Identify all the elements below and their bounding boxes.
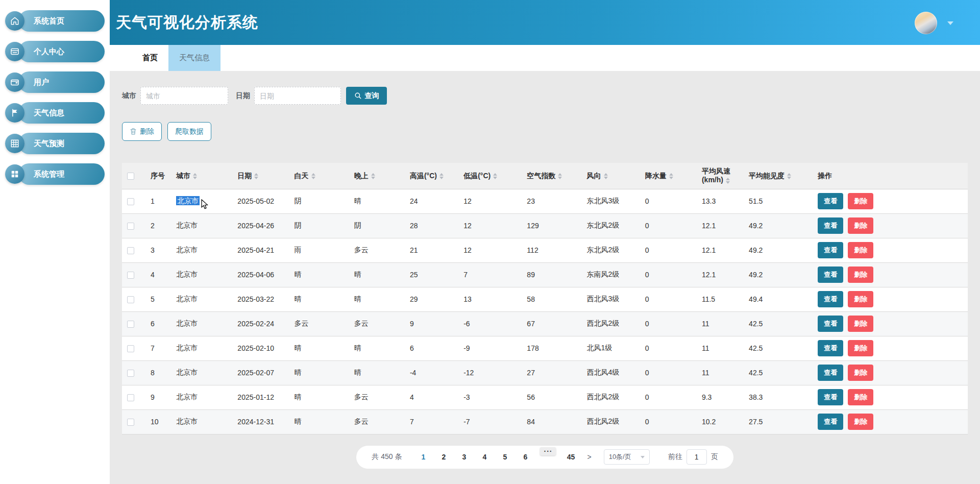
cell-text: 2025-04-21 bbox=[237, 246, 274, 254]
sort-carets-icon[interactable] bbox=[371, 173, 375, 179]
sort-carets-icon[interactable] bbox=[669, 173, 673, 179]
row-checkbox[interactable] bbox=[127, 247, 134, 254]
row-checkbox[interactable] bbox=[127, 223, 134, 230]
column-header-3[interactable]: 白天 bbox=[289, 163, 349, 189]
page-title: 天气可视化分析系统 bbox=[116, 12, 258, 33]
id-card-icon bbox=[5, 42, 24, 61]
cell-text: 晴 bbox=[354, 270, 361, 278]
cell-text: 29 bbox=[410, 295, 418, 303]
row-delete-button[interactable]: 删除 bbox=[848, 340, 873, 356]
tab-weather-info[interactable]: 天气信息 bbox=[168, 45, 220, 71]
page-number-last[interactable]: 45 bbox=[565, 453, 576, 461]
cell-text: 0 bbox=[645, 344, 649, 352]
sidebar-item-3[interactable]: 天气信息 bbox=[4, 102, 110, 124]
query-button[interactable]: 查询 bbox=[346, 87, 387, 105]
cell-text: 北京市 bbox=[176, 246, 198, 254]
view-button[interactable]: 查看 bbox=[818, 193, 843, 209]
view-button[interactable]: 查看 bbox=[818, 389, 843, 405]
next-page-button[interactable]: > bbox=[587, 453, 591, 461]
sort-carets-icon[interactable] bbox=[604, 173, 608, 179]
page-number-1[interactable]: 1 bbox=[418, 453, 429, 461]
delete-button[interactable]: 删除 bbox=[122, 122, 162, 141]
row-delete-button[interactable]: 删除 bbox=[848, 316, 873, 332]
table-row: 1北京市2025-05-02阴晴241223东北风3级013.351.5查看删除 bbox=[122, 189, 968, 213]
cell-text: 6 bbox=[410, 344, 414, 352]
row-delete-button[interactable]: 删除 bbox=[848, 217, 873, 234]
sort-carets-icon[interactable] bbox=[193, 173, 197, 179]
view-button[interactable]: 查看 bbox=[818, 365, 843, 381]
sidebar-item-0[interactable]: 系统首页 bbox=[4, 10, 110, 32]
row-delete-button[interactable]: 删除 bbox=[848, 267, 873, 283]
sort-carets-icon[interactable] bbox=[726, 178, 730, 184]
column-header-11[interactable]: 平均能见度 bbox=[744, 163, 813, 189]
view-button[interactable]: 查看 bbox=[818, 242, 843, 258]
cell-text: 北京市 bbox=[176, 393, 198, 401]
column-header-4[interactable]: 晚上 bbox=[349, 163, 405, 189]
table-row: 4北京市2025-04-06晴晴25789东南风2级012.149.2查看删除 bbox=[122, 262, 968, 287]
row-checkbox[interactable] bbox=[127, 345, 134, 352]
column-header-9[interactable]: 降水量 bbox=[640, 163, 697, 189]
cell-text: 7 bbox=[463, 271, 468, 279]
page-number-5[interactable]: 5 bbox=[499, 453, 510, 461]
user-menu[interactable] bbox=[915, 12, 953, 34]
cell-text: 2025-04-06 bbox=[237, 271, 274, 279]
sort-carets-icon[interactable] bbox=[787, 173, 791, 179]
column-header-1[interactable]: 城市 bbox=[171, 163, 232, 189]
sort-carets-icon[interactable] bbox=[493, 173, 497, 179]
row-checkbox[interactable] bbox=[127, 296, 134, 303]
sidebar-item-4[interactable]: 天气预测 bbox=[4, 133, 110, 154]
cell-text: 6 bbox=[151, 320, 155, 328]
page-number-2[interactable]: 2 bbox=[438, 453, 449, 461]
column-header-2[interactable]: 日期 bbox=[232, 163, 289, 189]
page-number-3[interactable]: 3 bbox=[458, 453, 470, 461]
tab-home[interactable]: 首页 bbox=[132, 45, 168, 71]
view-button[interactable]: 查看 bbox=[818, 414, 843, 430]
city-input[interactable] bbox=[140, 87, 228, 105]
select-all-checkbox[interactable] bbox=[127, 173, 134, 180]
column-header-6[interactable]: 低温(°C) bbox=[458, 163, 522, 189]
row-delete-button[interactable]: 删除 bbox=[848, 389, 873, 405]
row-checkbox[interactable] bbox=[127, 321, 134, 328]
column-header-8[interactable]: 风向 bbox=[582, 163, 640, 189]
cell-text: 晴 bbox=[354, 368, 361, 376]
row-delete-button[interactable]: 删除 bbox=[848, 193, 873, 209]
crawl-button-label: 爬取数据 bbox=[175, 127, 204, 136]
chevron-down-icon[interactable] bbox=[947, 21, 953, 25]
page-number-6[interactable]: 6 bbox=[520, 453, 531, 461]
row-checkbox[interactable] bbox=[127, 419, 134, 426]
row-checkbox[interactable] bbox=[127, 198, 134, 205]
sort-carets-icon[interactable] bbox=[439, 173, 444, 179]
row-delete-button[interactable]: 删除 bbox=[848, 242, 873, 258]
avatar[interactable] bbox=[915, 12, 937, 34]
column-header-7[interactable]: 空气指数 bbox=[522, 163, 581, 189]
more-pages-button[interactable]: ··· bbox=[540, 447, 556, 455]
sidebar-item-5[interactable]: 系统管理 bbox=[4, 163, 110, 185]
goto-page-input[interactable] bbox=[687, 449, 707, 465]
sidebar-item-2[interactable]: 用户 bbox=[4, 71, 110, 93]
cell-text: 56 bbox=[527, 393, 535, 401]
view-button[interactable]: 查看 bbox=[818, 316, 843, 332]
row-delete-button[interactable]: 删除 bbox=[848, 365, 873, 381]
row-delete-button[interactable]: 删除 bbox=[848, 291, 873, 307]
cell-text: 晴 bbox=[354, 197, 361, 205]
column-header-5[interactable]: 高温(°C) bbox=[405, 163, 458, 189]
sort-carets-icon[interactable] bbox=[311, 173, 315, 179]
view-button[interactable]: 查看 bbox=[818, 217, 843, 234]
column-header-10[interactable]: 平均风速(km/h) bbox=[697, 163, 744, 189]
row-checkbox[interactable] bbox=[127, 394, 134, 401]
row-checkbox[interactable] bbox=[127, 370, 134, 377]
row-delete-button[interactable]: 删除 bbox=[848, 414, 873, 430]
view-button[interactable]: 查看 bbox=[818, 267, 843, 283]
cell-text: 11.5 bbox=[702, 295, 715, 303]
page-number-4[interactable]: 4 bbox=[479, 453, 490, 461]
cell-text: 北京市 bbox=[176, 319, 198, 327]
date-input[interactable] bbox=[254, 87, 341, 105]
view-button[interactable]: 查看 bbox=[818, 291, 843, 307]
page-size-select[interactable]: 10条/页 bbox=[604, 449, 650, 465]
crawl-data-button[interactable]: 爬取数据 bbox=[167, 122, 211, 141]
row-checkbox[interactable] bbox=[127, 272, 134, 279]
sort-carets-icon[interactable] bbox=[558, 173, 562, 179]
sort-carets-icon[interactable] bbox=[254, 173, 258, 179]
sidebar-item-1[interactable]: 个人中心 bbox=[4, 41, 110, 62]
view-button[interactable]: 查看 bbox=[818, 340, 843, 356]
